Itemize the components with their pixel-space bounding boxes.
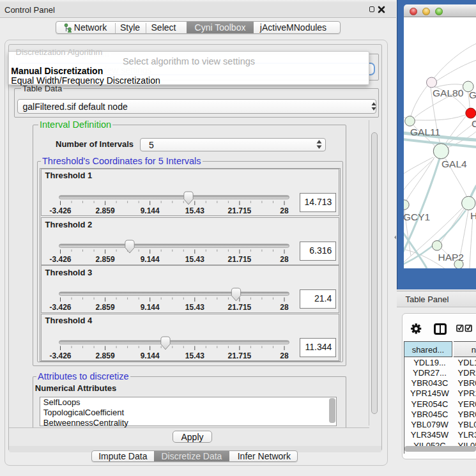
svg-text:21.715: 21.715 [227, 206, 251, 215]
svg-text:2.859: 2.859 [95, 206, 114, 215]
svg-text:-3.426: -3.426 [49, 255, 71, 264]
svg-text:GAL80: GAL80 [433, 88, 464, 98]
svg-text:HAP2: HAP2 [438, 252, 464, 263]
svg-text:-3.426: -3.426 [49, 351, 71, 360]
svg-text:28: 28 [280, 206, 289, 215]
svg-text:-3.426: -3.426 [49, 303, 71, 312]
svg-text:15.43: 15.43 [185, 303, 204, 312]
svg-text:2.859: 2.859 [95, 303, 114, 312]
svg-text:15.43: 15.43 [185, 255, 204, 264]
svg-text:9.144: 9.144 [140, 255, 159, 264]
svg-text:GCY1: GCY1 [404, 211, 430, 222]
svg-text:GA: GA [469, 89, 476, 100]
svg-text:21.715: 21.715 [227, 351, 251, 360]
svg-text:GAL11: GAL11 [410, 127, 440, 137]
svg-text:H: H [470, 210, 476, 221]
svg-text:15.43: 15.43 [185, 206, 204, 215]
svg-text:9.144: 9.144 [140, 303, 159, 312]
svg-text:28: 28 [280, 303, 289, 312]
svg-text:2.859: 2.859 [95, 255, 114, 264]
svg-text:2.859: 2.859 [95, 351, 114, 360]
svg-text:21.715: 21.715 [227, 255, 251, 264]
svg-text:28: 28 [280, 255, 289, 264]
svg-text:28: 28 [280, 351, 289, 360]
svg-text:-3.426: -3.426 [49, 206, 71, 215]
svg-text:9.144: 9.144 [140, 351, 159, 360]
svg-text:9.144: 9.144 [140, 206, 159, 215]
svg-text:C: C [472, 118, 476, 129]
svg-text:15.43: 15.43 [185, 351, 204, 360]
svg-text:GAL4: GAL4 [441, 158, 467, 169]
svg-text:21.715: 21.715 [227, 303, 251, 312]
